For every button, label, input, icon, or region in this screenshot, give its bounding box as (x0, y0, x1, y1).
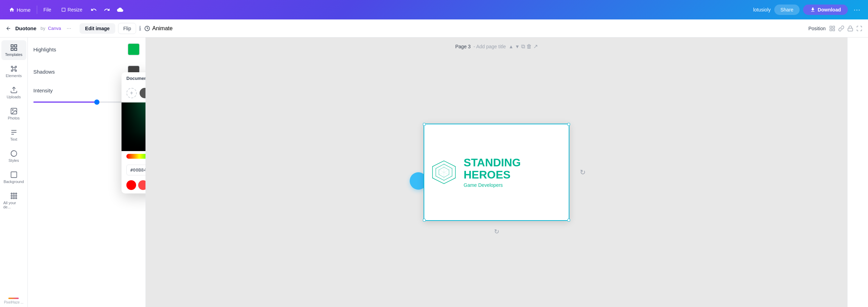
sidebar-item-elements[interactable]: Elements (1, 61, 26, 81)
svg-point-19 (11, 195, 12, 197)
position-button[interactable]: Position (808, 26, 826, 31)
resize-handle-tr[interactable] (567, 123, 570, 126)
cp-gradient-area[interactable] (122, 102, 146, 151)
sidebar-item-styles[interactable]: Styles (1, 146, 26, 166)
page-share-button[interactable]: ↗ (533, 43, 538, 50)
animate-label: Animate (152, 25, 173, 32)
resize-handle-tl[interactable] (423, 123, 426, 126)
add-title-label[interactable]: - Add page title (474, 44, 506, 49)
topbar-left: Home File Resize (6, 5, 125, 15)
cp-hue-bar[interactable] (126, 154, 146, 159)
shadows-label: Shadows (33, 69, 55, 75)
canva-link[interactable]: Canva (48, 26, 61, 31)
toolbar2-icon-group (829, 25, 862, 32)
page-nav-buttons: ▲ ▼ ⧉ 🗑 ↗ (509, 43, 538, 50)
svg-rect-8 (11, 48, 13, 50)
canvas-content: STANDING HEROES Game Developers (424, 150, 569, 195)
undo-button[interactable] (89, 5, 99, 15)
svg-point-22 (11, 198, 12, 199)
refresh-button[interactable]: ↻ (580, 168, 586, 176)
page-header: Page 3 - Add page title ▲ ▼ ⧉ 🗑 ↗ (455, 43, 538, 50)
canvas-page[interactable]: STANDING HEROES Game Developers (424, 124, 569, 221)
svg-point-23 (13, 198, 15, 199)
file-button[interactable]: File (40, 5, 55, 15)
company-name: STANDING HEROES (464, 157, 562, 181)
sidebar-item-all[interactable]: All your de... (1, 189, 26, 213)
svg-rect-6 (11, 45, 13, 47)
cp-add-color-button[interactable]: + (126, 88, 137, 98)
file-label: File (43, 7, 51, 13)
sidebar-item-text[interactable]: Text (1, 125, 26, 145)
back-button[interactable] (6, 26, 11, 31)
svg-point-13 (12, 109, 13, 110)
svg-rect-2 (833, 26, 835, 28)
cp-hex-input[interactable] (126, 165, 146, 175)
edit-image-button[interactable]: Edit image (80, 23, 115, 34)
page-down-button[interactable]: ▼ (515, 44, 520, 49)
canvas-area: Page 3 - Add page title ▲ ▼ ⧉ 🗑 ↗ (146, 38, 847, 307)
sidebar-bottom: PixelHaze ... (4, 298, 23, 307)
highlights-row: Highlights (33, 43, 140, 56)
expand-icon[interactable] (856, 25, 862, 32)
arrange-icon[interactable] (829, 25, 835, 32)
sidebar-elements-label: Elements (6, 74, 22, 78)
redo-button[interactable] (102, 5, 112, 15)
cp-header-row: Document Colours (122, 72, 146, 84)
sidebar-background-label: Background (3, 180, 24, 184)
svg-point-20 (13, 195, 15, 197)
home-label: Home (17, 7, 31, 13)
sidebar-icons: Templates Elements Uploads Photos Text S… (0, 38, 28, 307)
page-label: Page 3 (455, 44, 470, 49)
plugin-name: Duotone (15, 25, 36, 31)
svg-point-24 (15, 198, 17, 199)
highlights-label: Highlights (33, 47, 56, 52)
animate-button[interactable]: Animate (144, 25, 173, 32)
intensity-label: Intensity (33, 88, 53, 93)
rotate-button[interactable]: ↻ (494, 228, 499, 235)
sidebar-item-uploads[interactable]: Uploads (1, 83, 26, 102)
sidebar-item-background[interactable]: Background (1, 167, 26, 187)
color-picker-popup: Document Colours + (122, 72, 146, 193)
lock-icon[interactable] (847, 25, 853, 32)
cp-presets (122, 178, 146, 193)
cp-color-gray[interactable] (140, 88, 146, 98)
link-icon[interactable] (838, 25, 844, 32)
resize-handle-bl[interactable] (423, 219, 426, 222)
cloud-button[interactable] (115, 5, 125, 15)
svg-rect-15 (11, 172, 17, 178)
resize-handle-br[interactable] (567, 219, 570, 222)
sidebar-photos-label: Photos (8, 116, 19, 120)
company-subtitle: Game Developers (464, 182, 562, 188)
svg-point-21 (15, 195, 17, 197)
sidebar-item-photos[interactable]: Photos (1, 104, 26, 124)
page-copy-button[interactable]: ⧉ (521, 43, 525, 50)
main-content: Templates Elements Uploads Photos Text S… (0, 38, 868, 307)
toolbar2-actions: Edit image Flip ℹ Animate (80, 23, 173, 34)
svg-rect-5 (848, 28, 853, 31)
more-options-button[interactable]: ⋯ (851, 3, 862, 16)
cp-preset-red[interactable] (126, 180, 136, 190)
resize-button[interactable]: Resize (58, 5, 86, 15)
sidebar-text-label: Text (10, 137, 17, 141)
download-button[interactable]: Download (803, 5, 848, 15)
page-up-button[interactable]: ▲ (509, 44, 514, 49)
resize-label: Resize (68, 7, 83, 13)
info-button[interactable]: ℹ (139, 25, 141, 32)
svg-point-16 (11, 193, 12, 194)
svg-point-18 (15, 193, 17, 194)
flip-button[interactable]: Flip (118, 23, 136, 34)
cp-preset-light-red[interactable] (138, 180, 146, 190)
toolbar2: Duotone by Canva ··· Edit image Flip ℹ A… (0, 19, 868, 38)
left-panel: Highlights Shadows Intensity Document Co… (28, 38, 146, 307)
sidebar-styles-label: Styles (9, 158, 19, 163)
highlights-color-swatch[interactable] (127, 43, 140, 56)
share-button[interactable]: Share (774, 5, 800, 15)
pixelhaze-bar (8, 298, 19, 299)
cp-doc-colors: + (122, 84, 146, 102)
page-delete-button[interactable]: 🗑 (526, 43, 532, 50)
home-button[interactable]: Home (6, 5, 34, 15)
svg-point-17 (13, 193, 15, 194)
sidebar-templates-label: Templates (5, 52, 22, 57)
sidebar-item-templates[interactable]: Templates (1, 40, 26, 60)
more-options-plugin[interactable]: ··· (67, 25, 71, 32)
